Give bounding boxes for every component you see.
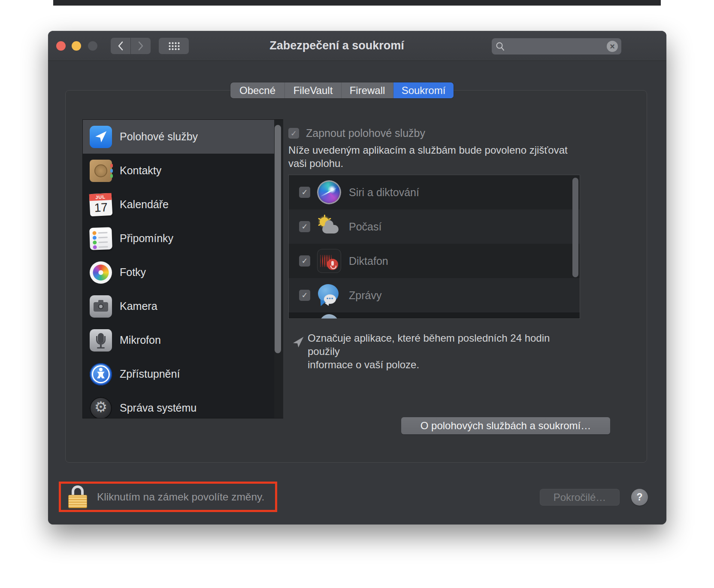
help-button[interactable]: ? <box>631 489 648 506</box>
location-services-description: Níže uvedeným aplikacím a službám bude p… <box>288 143 572 170</box>
clear-search-icon[interactable]: × <box>607 41 618 52</box>
sidebar-item-calendars[interactable]: JUL 17 Kalendáře <box>83 188 283 221</box>
camera-icon <box>90 295 112 318</box>
grid-icon <box>168 42 180 50</box>
app-row-messages: Zprávy <box>289 278 580 312</box>
note-line-1: Označuje aplikace, které během posledníc… <box>308 331 582 358</box>
sidebar-item-reminders[interactable]: Připomínky <box>83 221 283 255</box>
sidebar-item-accessibility[interactable]: Zpřístupnění <box>83 357 283 391</box>
security-privacy-window: Zabezpečení a soukromí × Obecné FileVaul… <box>48 31 666 524</box>
contacts-icon <box>90 160 112 182</box>
list-scrollbar-thumb[interactable] <box>572 178 578 277</box>
tab-firewall[interactable]: Firewall <box>342 82 393 98</box>
sidebar-item-camera[interactable]: Kamera <box>83 289 283 323</box>
screenshot-canvas: Zabezpečení a soukromí × Obecné FileVaul… <box>0 0 714 588</box>
calendar-icon: JUL 17 <box>89 193 113 216</box>
lock-annotation-red-box: Kliknutím na zámek povolíte změny. <box>59 482 277 512</box>
weather-icon <box>317 215 341 239</box>
app-label: Počasí <box>349 221 381 233</box>
app-row-weather: Počasí <box>289 209 580 244</box>
voice-memos-icon <box>317 249 341 273</box>
reminders-icon <box>89 227 112 250</box>
microphone-icon <box>90 329 112 352</box>
privacy-sidebar: Polohové služby Kontakty JUL 17 Kalendář… <box>82 119 283 418</box>
app-label: Diktafon <box>349 255 388 267</box>
sidebar-item-label: Kamera <box>120 300 157 312</box>
sidebar-item-label: Připomínky <box>120 232 173 245</box>
sidebar-item-label: Správa systému <box>120 402 197 414</box>
location-usage-note: Označuje aplikace, které během posledníc… <box>308 331 582 371</box>
app-row-voice-memos: Diktafon <box>289 244 580 278</box>
description-line-2: vaši polohu. <box>288 157 572 170</box>
voice-memos-checkbox[interactable] <box>299 255 310 267</box>
messages-icon <box>317 283 341 307</box>
close-window-button[interactable] <box>56 41 66 51</box>
system-gear-icon: ⚙ <box>90 397 112 419</box>
lock-message: Kliknutím na zámek povolíte změny. <box>97 491 264 503</box>
chevron-right-icon <box>137 41 145 51</box>
messages-checkbox[interactable] <box>299 290 310 301</box>
enable-location-services-label: Zapnout polohové služby <box>306 127 425 139</box>
photos-icon <box>90 261 112 284</box>
sidebar-item-microphone[interactable]: Mikrofon <box>83 323 283 357</box>
window-title: Zabezpečení a soukromí <box>269 39 404 52</box>
app-row-partial <box>289 312 580 319</box>
sidebar-scrollbar-track[interactable] <box>274 120 283 418</box>
sidebar-scrollbar-thumb[interactable] <box>275 125 281 353</box>
location-arrow-icon <box>90 126 112 148</box>
back-button[interactable] <box>111 38 130 54</box>
chevron-left-icon <box>117 41 124 51</box>
nav-button-group <box>111 38 151 54</box>
sidebar-item-contacts[interactable]: Kontakty <box>83 154 283 188</box>
zoom-window-button <box>88 41 97 51</box>
tab-obecne[interactable]: Obecné <box>230 82 285 98</box>
lock-icon[interactable] <box>68 485 88 509</box>
weather-checkbox[interactable] <box>299 221 310 232</box>
show-all-preferences-button[interactable] <box>159 38 189 54</box>
menu-bar-edge <box>53 0 661 6</box>
minimize-window-button[interactable] <box>72 41 81 51</box>
description-line-1: Níže uvedeným aplikacím a službám bude p… <box>288 143 572 157</box>
location-used-arrow-icon <box>292 336 305 349</box>
sidebar-item-label: Mikrofon <box>120 334 161 346</box>
tab-bar: Obecné FileVault Firewall Soukromí <box>230 82 454 98</box>
siri-icon <box>317 180 341 204</box>
tab-filevault[interactable]: FileVault <box>285 82 342 98</box>
advanced-button: Pokročilé… <box>540 489 620 506</box>
sidebar-item-system-administration[interactable]: ⚙ Správa systému <box>83 391 283 418</box>
search-input[interactable] <box>505 41 607 52</box>
calendar-day-label: 17 <box>90 200 113 215</box>
sidebar-item-label: Kalendáře <box>120 198 169 211</box>
app-label: Siri a diktování <box>349 186 419 199</box>
sidebar-item-label: Polohové služby <box>120 130 198 143</box>
sidebar-item-label: Fotky <box>120 266 146 279</box>
sidebar-item-label: Kontakty <box>120 164 161 177</box>
sidebar-item-label: Zpřístupnění <box>120 368 180 380</box>
accessibility-icon <box>90 363 112 385</box>
enable-location-services-row: Zapnout polohové služby <box>288 127 425 139</box>
partial-app-icon <box>320 314 339 319</box>
about-location-services-button[interactable]: O polohových službách a soukromí… <box>401 417 610 434</box>
note-line-2: informace o vaší poloze. <box>308 358 582 371</box>
app-row-siri: Siri a diktování <box>289 175 580 209</box>
tab-soukromi[interactable]: Soukromí <box>393 82 454 98</box>
siri-checkbox[interactable] <box>299 187 310 198</box>
enable-location-services-checkbox <box>288 128 299 139</box>
search-field[interactable]: × <box>492 38 621 55</box>
app-label: Zprávy <box>349 289 381 302</box>
sidebar-item-photos[interactable]: Fotky <box>83 255 283 289</box>
forward-button <box>131 38 151 54</box>
location-apps-list: Siri a diktování Počasí Diktafon <box>288 175 580 319</box>
search-icon <box>495 41 505 52</box>
sidebar-item-location-services[interactable]: Polohové služby <box>83 120 283 154</box>
title-bar: Zabezpečení a soukromí × <box>48 31 666 61</box>
